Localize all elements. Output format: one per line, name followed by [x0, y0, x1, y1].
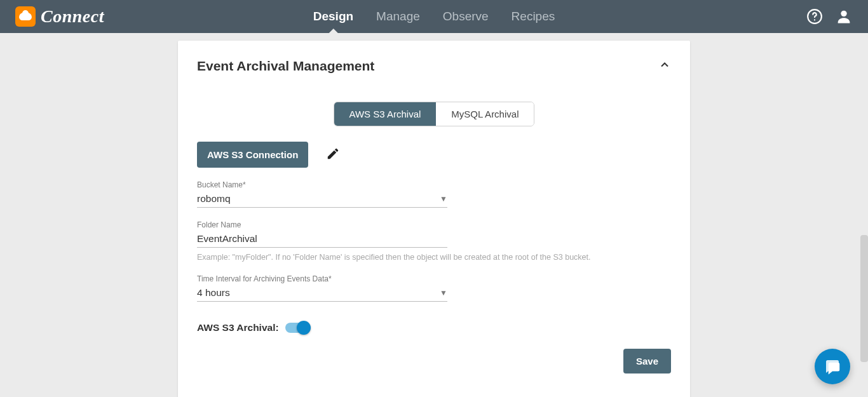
card-header: Event Archival Management	[197, 58, 671, 74]
topbar-actions	[806, 8, 853, 25]
bucket-name-value: robomq	[197, 193, 440, 205]
help-icon[interactable]	[806, 8, 824, 25]
brand-name: Connect	[41, 6, 104, 27]
bucket-name-select[interactable]: robomq ▼	[197, 192, 447, 208]
save-button[interactable]: Save	[623, 349, 671, 373]
nav-item-label: Recipes	[512, 10, 555, 24]
tab-mysql-archival[interactable]: MySQL Archival	[436, 102, 534, 126]
save-row: Save	[197, 349, 671, 373]
folder-name-input[interactable]	[197, 233, 447, 245]
chat-icon	[823, 357, 842, 376]
chevron-down-icon: ▼	[440, 194, 447, 203]
folder-name-helper: Example: "myFolder". If no 'Folder Name'…	[197, 253, 591, 262]
nav-item-label: Manage	[376, 10, 420, 24]
user-icon[interactable]	[835, 8, 853, 25]
nav-item-design[interactable]: Design	[313, 0, 353, 33]
event-archival-card: Event Archival Management AWS S3 Archiva…	[178, 41, 690, 397]
pencil-icon	[326, 147, 340, 161]
cloud-icon	[15, 6, 36, 27]
main-nav: Design Manage Observe Recipes	[313, 0, 555, 33]
folder-name-label: Folder Name	[197, 220, 447, 229]
time-interval-value: 4 hours	[197, 287, 440, 299]
archival-toggle-label: AWS S3 Archival:	[197, 322, 279, 333]
archival-type-tabs: AWS S3 Archival MySQL Archival	[197, 102, 671, 126]
top-navbar: Connect Design Manage Observe Recipes	[0, 0, 868, 33]
svg-point-1	[814, 19, 815, 20]
nav-item-observe[interactable]: Observe	[443, 0, 489, 33]
page-content: Event Archival Management AWS S3 Archiva…	[0, 33, 868, 397]
aws-s3-connection-button[interactable]: AWS S3 Connection	[197, 142, 308, 168]
time-interval-select[interactable]: 4 hours ▼	[197, 286, 447, 302]
folder-name-field: Folder Name	[197, 220, 447, 248]
connection-row: AWS S3 Connection	[197, 142, 671, 168]
chevron-up-icon	[658, 58, 671, 71]
nav-item-recipes[interactable]: Recipes	[512, 0, 555, 33]
chevron-down-icon: ▼	[440, 288, 447, 297]
nav-item-manage[interactable]: Manage	[376, 0, 420, 33]
bucket-name-field: Bucket Name* robomq ▼	[197, 180, 447, 208]
nav-item-label: Observe	[443, 10, 489, 24]
card-title: Event Archival Management	[197, 58, 374, 74]
edit-connection-button[interactable]	[326, 147, 340, 163]
chat-fab[interactable]	[815, 349, 850, 384]
archival-toggle-row: AWS S3 Archival:	[197, 322, 671, 333]
nav-item-label: Design	[313, 10, 353, 24]
tab-aws-s3-archival[interactable]: AWS S3 Archival	[334, 102, 437, 126]
time-interval-field: Time Interval for Archiving Events Data*…	[197, 274, 447, 302]
svg-point-2	[841, 11, 846, 17]
brand-logo: Connect	[15, 6, 104, 27]
time-interval-label: Time Interval for Archiving Events Data*	[197, 274, 447, 283]
bucket-name-label: Bucket Name*	[197, 180, 447, 189]
scrollbar[interactable]	[860, 235, 868, 362]
archival-toggle[interactable]	[285, 323, 309, 333]
collapse-toggle[interactable]	[658, 58, 671, 74]
toggle-knob	[297, 321, 311, 335]
